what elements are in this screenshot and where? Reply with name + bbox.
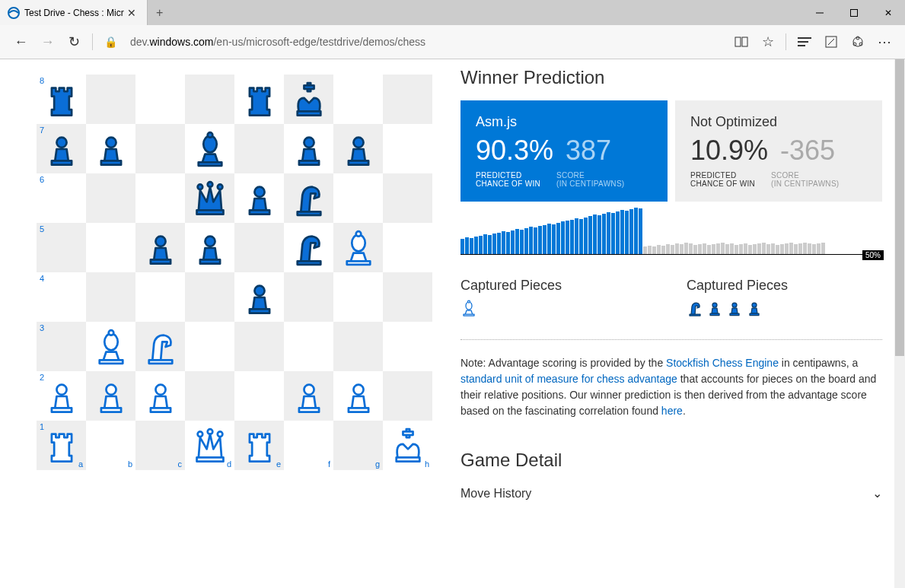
new-tab-button[interactable]: + [148, 0, 172, 25]
piece-wB[interactable] [93, 329, 129, 365]
link-stockfish[interactable]: Stockfish Chess Engine [666, 357, 779, 369]
scrollbar-thumb[interactable] [895, 59, 904, 356]
square-b5[interactable] [86, 223, 135, 272]
square-d1[interactable]: d [185, 421, 234, 470]
address-bar[interactable]: dev.windows.com/en-us/microsoft-edge/tes… [124, 36, 728, 48]
piece-bP[interactable] [291, 131, 327, 167]
square-d3[interactable] [185, 322, 234, 371]
square-d6[interactable] [185, 173, 234, 223]
piece-wP[interactable] [340, 378, 377, 415]
piece-wB[interactable] [340, 230, 377, 266]
square-a8[interactable]: 8 [37, 75, 86, 124]
square-f5[interactable] [284, 223, 333, 272]
piece-bQ[interactable] [192, 180, 228, 217]
square-h8[interactable] [383, 75, 432, 124]
piece-bP[interactable] [142, 230, 179, 266]
square-g4[interactable] [333, 272, 383, 322]
piece-bP[interactable] [192, 230, 228, 266]
refresh-button[interactable]: ↻ [61, 29, 88, 56]
square-e3[interactable] [234, 322, 284, 371]
piece-wP[interactable] [142, 378, 179, 415]
square-f3[interactable] [284, 322, 333, 371]
piece-wP[interactable] [43, 378, 80, 415]
square-a7[interactable]: 7 [37, 124, 86, 173]
piece-bN[interactable] [291, 180, 327, 217]
piece-wN[interactable] [142, 329, 179, 365]
square-a5[interactable]: 5 [37, 223, 86, 272]
square-e4[interactable] [234, 272, 284, 322]
square-c1[interactable]: c [135, 421, 185, 470]
square-f2[interactable] [284, 371, 333, 421]
square-b6[interactable] [86, 173, 135, 223]
piece-wQ[interactable] [192, 427, 228, 464]
scrollbar[interactable] [894, 59, 905, 588]
square-a2[interactable]: 2 [37, 371, 86, 421]
square-f4[interactable] [284, 272, 333, 322]
square-g5[interactable] [333, 223, 383, 272]
square-a1[interactable]: 1a [37, 421, 86, 470]
minimize-button[interactable] [802, 0, 836, 25]
square-d8[interactable] [185, 75, 234, 124]
square-f1[interactable]: f [284, 421, 333, 470]
square-a3[interactable]: 3 [37, 322, 86, 371]
move-history-row[interactable]: Move History ⌄ [460, 486, 882, 501]
square-e5[interactable] [234, 223, 284, 272]
piece-bP[interactable] [241, 279, 278, 316]
square-a4[interactable]: 4 [37, 272, 86, 322]
piece-wK[interactable] [390, 427, 426, 464]
share-button[interactable] [844, 29, 871, 56]
square-e6[interactable] [234, 173, 284, 223]
square-c3[interactable] [135, 322, 185, 371]
square-c7[interactable] [135, 124, 185, 173]
square-e2[interactable] [234, 371, 284, 421]
square-d4[interactable] [185, 272, 234, 322]
favorite-button[interactable]: ☆ [754, 29, 781, 56]
square-c5[interactable] [135, 223, 185, 272]
square-h6[interactable] [383, 173, 432, 223]
hub-button[interactable] [791, 29, 817, 56]
square-b8[interactable] [86, 75, 135, 124]
back-button[interactable]: ← [8, 29, 34, 56]
close-window-button[interactable]: ✕ [871, 0, 905, 25]
piece-bK[interactable] [291, 81, 327, 118]
square-e7[interactable] [234, 124, 284, 173]
piece-bR[interactable] [241, 81, 278, 118]
piece-wP[interactable] [291, 378, 327, 415]
square-h7[interactable] [383, 124, 432, 173]
browser-tab[interactable]: Test Drive - Chess : Micr ✕ [0, 0, 148, 25]
piece-wR[interactable] [43, 427, 80, 464]
square-d2[interactable] [185, 371, 234, 421]
square-b3[interactable] [86, 322, 135, 371]
square-c8[interactable] [135, 75, 185, 124]
square-d5[interactable] [185, 223, 234, 272]
reading-view-button[interactable] [728, 29, 754, 56]
square-h2[interactable] [383, 371, 432, 421]
forward-button[interactable]: → [34, 29, 61, 56]
notes-button[interactable] [817, 29, 844, 56]
square-g1[interactable]: g [333, 421, 383, 470]
square-a6[interactable]: 6 [37, 173, 86, 223]
square-g7[interactable] [333, 124, 383, 173]
link-correlation[interactable]: here [661, 405, 683, 417]
square-h3[interactable] [383, 322, 432, 371]
square-c6[interactable] [135, 173, 185, 223]
piece-bR[interactable] [43, 81, 80, 118]
piece-bP[interactable] [93, 131, 129, 167]
more-button[interactable]: ⋯ [871, 29, 897, 56]
square-b7[interactable] [86, 124, 135, 173]
square-b4[interactable] [86, 272, 135, 322]
piece-wR[interactable] [241, 427, 278, 464]
link-centipawn[interactable]: standard unit of measure for chess advan… [460, 373, 677, 385]
square-g2[interactable] [333, 371, 383, 421]
tab-close-icon[interactable]: ✕ [124, 7, 139, 19]
piece-bP[interactable] [43, 131, 80, 167]
square-f7[interactable] [284, 124, 333, 173]
square-d7[interactable] [185, 124, 234, 173]
square-h5[interactable] [383, 223, 432, 272]
square-h1[interactable]: h [383, 421, 432, 470]
piece-wP[interactable] [93, 378, 129, 415]
piece-bP[interactable] [340, 131, 377, 167]
square-g3[interactable] [333, 322, 383, 371]
square-h4[interactable] [383, 272, 432, 322]
square-e1[interactable]: e [234, 421, 284, 470]
